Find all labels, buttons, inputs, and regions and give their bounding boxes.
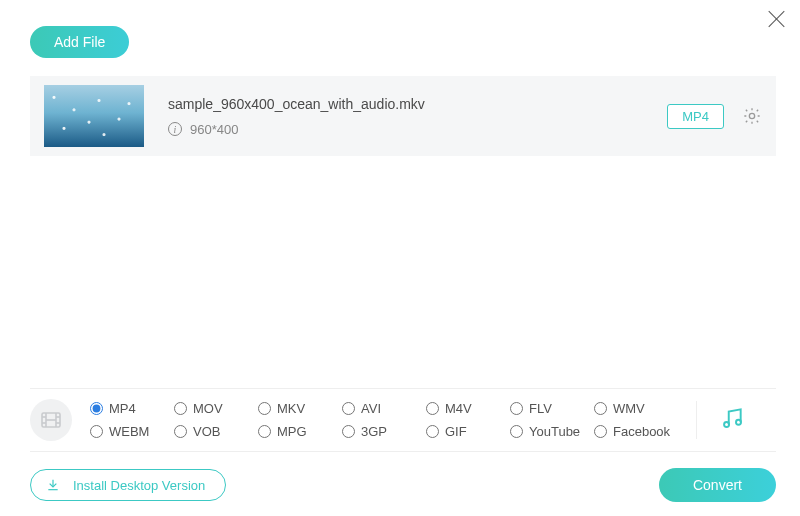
video-thumbnail[interactable]: [44, 85, 144, 147]
svg-point-0: [749, 113, 754, 118]
format-radio[interactable]: [90, 402, 103, 415]
format-bar: MP4MOVMKVAVIM4VFLVWMVWEBMVOBMPG3GPGIFYou…: [30, 388, 776, 452]
file-name: sample_960x400_ocean_with_audio.mkv: [168, 96, 667, 112]
format-option-vob[interactable]: VOB: [174, 424, 258, 439]
format-radio[interactable]: [342, 425, 355, 438]
convert-button[interactable]: Convert: [659, 468, 776, 502]
format-radio[interactable]: [342, 402, 355, 415]
info-icon[interactable]: i: [168, 122, 182, 136]
file-meta: i 960*400: [168, 122, 667, 137]
format-label: FLV: [529, 401, 552, 416]
gear-icon[interactable]: [742, 106, 762, 126]
video-category-icon[interactable]: [30, 399, 72, 441]
divider: [696, 401, 697, 439]
format-option-facebook[interactable]: Facebook: [594, 424, 678, 439]
format-label: MOV: [193, 401, 223, 416]
format-radio[interactable]: [258, 402, 271, 415]
file-row: sample_960x400_ocean_with_audio.mkv i 96…: [30, 76, 776, 156]
format-label: WMV: [613, 401, 645, 416]
format-radio[interactable]: [258, 425, 271, 438]
format-label: YouTube: [529, 424, 580, 439]
install-desktop-label: Install Desktop Version: [73, 478, 205, 493]
format-label: M4V: [445, 401, 472, 416]
svg-point-9: [724, 422, 729, 427]
svg-point-10: [736, 420, 741, 425]
format-option-gif[interactable]: GIF: [426, 424, 510, 439]
format-label: GIF: [445, 424, 467, 439]
format-radio[interactable]: [510, 425, 523, 438]
format-option-mpg[interactable]: MPG: [258, 424, 342, 439]
format-radio[interactable]: [594, 402, 607, 415]
format-option-3gp[interactable]: 3GP: [342, 424, 426, 439]
output-format-badge[interactable]: MP4: [667, 104, 724, 129]
format-option-mp4[interactable]: MP4: [90, 401, 174, 416]
format-label: 3GP: [361, 424, 387, 439]
file-resolution: 960*400: [190, 122, 238, 137]
format-label: MPG: [277, 424, 307, 439]
format-option-webm[interactable]: WEBM: [90, 424, 174, 439]
music-icon[interactable]: [715, 401, 749, 439]
file-info: sample_960x400_ocean_with_audio.mkv i 96…: [168, 96, 667, 137]
formats-grid: MP4MOVMKVAVIM4VFLVWMVWEBMVOBMPG3GPGIFYou…: [90, 401, 678, 439]
format-label: VOB: [193, 424, 220, 439]
format-label: AVI: [361, 401, 381, 416]
format-option-mkv[interactable]: MKV: [258, 401, 342, 416]
format-label: WEBM: [109, 424, 149, 439]
format-label: MP4: [109, 401, 136, 416]
format-option-m4v[interactable]: M4V: [426, 401, 510, 416]
format-label: Facebook: [613, 424, 670, 439]
format-radio[interactable]: [594, 425, 607, 438]
format-radio[interactable]: [510, 402, 523, 415]
format-radio[interactable]: [426, 425, 439, 438]
format-option-flv[interactable]: FLV: [510, 401, 594, 416]
download-icon: [45, 477, 61, 493]
format-option-wmv[interactable]: WMV: [594, 401, 678, 416]
format-option-mov[interactable]: MOV: [174, 401, 258, 416]
format-radio[interactable]: [174, 425, 187, 438]
install-desktop-button[interactable]: Install Desktop Version: [30, 469, 226, 501]
add-file-button[interactable]: Add File: [30, 26, 129, 58]
format-option-youtube[interactable]: YouTube: [510, 424, 594, 439]
format-option-avi[interactable]: AVI: [342, 401, 426, 416]
footer: Install Desktop Version Convert: [30, 468, 776, 502]
format-radio[interactable]: [426, 402, 439, 415]
format-label: MKV: [277, 401, 305, 416]
format-radio[interactable]: [174, 402, 187, 415]
close-icon[interactable]: [766, 8, 788, 30]
format-radio[interactable]: [90, 425, 103, 438]
